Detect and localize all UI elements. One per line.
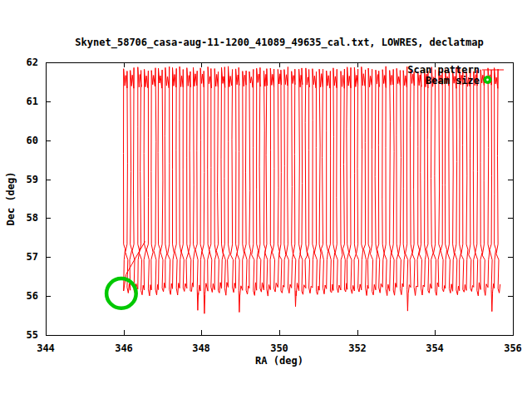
x-tick-label: 346 [115,342,133,354]
y-tick-label: 57 [27,251,38,263]
scan-pattern-path [124,66,500,314]
y-tick-label: 60 [27,135,38,146]
legend-beam-point-center [486,79,489,81]
axes [46,62,514,336]
beam-size-circle [106,278,136,308]
legend-beam-size-label: Beam size [426,76,480,86]
y-tick-label: 61 [27,96,38,107]
plot-area: 3443463483503523543565556575859606162 [0,0,532,399]
y-tick-label: 58 [27,212,38,224]
y-tick-label: 55 [27,329,38,341]
y-tick-label: 62 [27,57,38,68]
y-tick-label: 59 [27,174,38,185]
x-tick-label: 354 [426,342,444,354]
y-axis-label: Dec (deg) [6,171,17,225]
chart-canvas: 3443463483503523543565556575859606162 Sk… [0,0,532,399]
y-tick-label: 56 [27,290,38,302]
x-tick-label: 344 [37,342,55,354]
x-tick-label: 352 [348,342,367,354]
x-axis-label: RA (deg) [46,356,513,367]
chart-title: Skynet_58706_casa-aug-11-1200_41089_4963… [46,37,513,48]
plot-border [47,63,514,336]
x-tick-label: 350 [270,342,288,354]
x-tick-label: 356 [504,342,522,354]
x-tick-label: 348 [192,342,210,354]
